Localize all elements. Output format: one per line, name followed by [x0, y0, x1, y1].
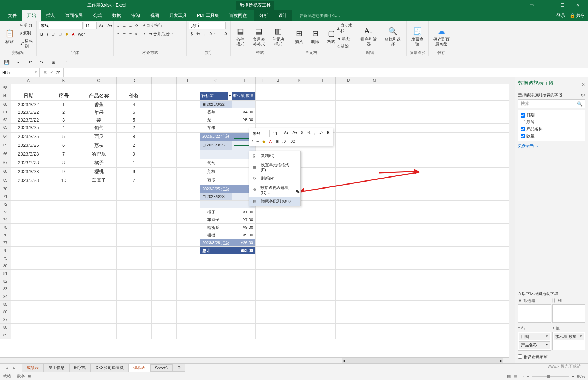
cell[interactable] [152, 108, 177, 116]
underline-button[interactable]: U [50, 31, 56, 37]
cell[interactable] [336, 101, 362, 108]
cell[interactable] [177, 316, 200, 323]
cell[interactable] [336, 216, 362, 223]
row-header[interactable]: 69 [0, 176, 11, 185]
cell[interactable] [288, 270, 311, 277]
cell[interactable] [177, 324, 200, 331]
cell[interactable]: 2023/3/22 汇总 [200, 133, 232, 141]
sheet-nav-last-icon[interactable]: ▸ [13, 365, 15, 370]
cell[interactable] [362, 270, 387, 277]
cell[interactable] [177, 216, 200, 223]
col-header-K[interactable]: K [288, 77, 311, 84]
cell[interactable] [46, 201, 81, 208]
cell[interactable] [269, 224, 288, 231]
cell[interactable]: ¥26.00 [232, 239, 256, 246]
cell[interactable] [232, 316, 256, 323]
cell[interactable] [152, 101, 177, 108]
cell[interactable] [311, 301, 336, 308]
cell[interactable] [232, 331, 256, 339]
cell[interactable] [117, 208, 152, 216]
cell[interactable] [177, 84, 200, 92]
fill-color-button[interactable]: ◆ [64, 31, 70, 37]
cell[interactable] [46, 231, 81, 239]
worksheet-grid[interactable]: ABCDEFGHIJKLMN 5859日期序号产品名称价格行标签 ▾求和项:数量… [0, 77, 509, 357]
cell[interactable]: ¥9.00 [232, 224, 256, 231]
ribbon-tab-5[interactable]: 数据 [107, 10, 126, 21]
cell[interactable]: ⊟ 2023/3/28 [200, 193, 232, 200]
ribbon-tab-10[interactable]: 百度网盘 [224, 10, 252, 21]
cell[interactable] [200, 150, 232, 159]
cell[interactable] [152, 308, 177, 316]
cell[interactable] [177, 193, 200, 200]
mini-font-size[interactable] [271, 130, 281, 137]
cell[interactable] [288, 92, 311, 100]
cell[interactable] [152, 159, 177, 167]
cell[interactable] [117, 254, 152, 262]
cell[interactable]: 价格 [117, 92, 152, 100]
cell[interactable] [269, 247, 288, 254]
cell[interactable] [288, 208, 311, 216]
cell[interactable]: 9 [46, 168, 81, 176]
cell[interactable] [336, 108, 362, 116]
cell[interactable] [336, 239, 362, 246]
cell[interactable] [152, 216, 177, 223]
cell[interactable] [81, 285, 117, 293]
cell[interactable] [46, 239, 81, 246]
cell[interactable] [200, 254, 232, 262]
cell[interactable] [362, 277, 387, 285]
cell[interactable] [200, 277, 232, 285]
cell[interactable] [177, 92, 200, 100]
cell[interactable] [177, 208, 200, 216]
zoom-slider[interactable] [532, 376, 569, 377]
cell[interactable]: 2023/3/28 [11, 168, 46, 176]
align-left-icon[interactable]: ≡ [116, 31, 121, 37]
cell[interactable] [311, 293, 336, 300]
cell[interactable] [152, 84, 177, 92]
cell[interactable] [177, 201, 200, 208]
cell[interactable] [46, 185, 81, 193]
cell[interactable] [336, 208, 362, 216]
cell[interactable]: ⊟ 2023/3/25 [200, 141, 232, 150]
cell[interactable] [311, 101, 336, 108]
cell[interactable] [311, 216, 336, 223]
cell[interactable] [81, 262, 117, 269]
cell[interactable] [46, 270, 81, 277]
cell[interactable] [11, 270, 46, 277]
cell[interactable] [336, 150, 362, 159]
cell[interactable] [256, 92, 269, 100]
cell[interactable] [288, 101, 311, 108]
cell[interactable] [269, 277, 288, 285]
currency-icon[interactable]: $ [189, 31, 194, 37]
cell[interactable] [362, 116, 387, 123]
mini-decrease-font-icon[interactable]: A▾ [291, 130, 298, 137]
bold-button[interactable]: B [39, 31, 45, 37]
font-name-select[interactable] [39, 22, 83, 29]
cell[interactable] [336, 277, 362, 285]
cell[interactable]: 2023/3/25 [11, 141, 46, 150]
cell[interactable] [311, 231, 336, 239]
cell[interactable] [336, 185, 362, 193]
row-header[interactable]: 85 [0, 301, 11, 308]
row-header[interactable]: 73 [0, 208, 11, 216]
cell[interactable] [11, 331, 46, 339]
cell[interactable] [152, 168, 177, 176]
row-header[interactable]: 86 [0, 308, 11, 316]
cell[interactable] [200, 262, 232, 269]
field-pane-gear-icon[interactable]: ⚙ [581, 93, 585, 98]
cell[interactable] [177, 101, 200, 108]
cell[interactable] [81, 254, 117, 262]
row-header[interactable]: 63 [0, 124, 11, 132]
col-header-C[interactable]: C [81, 77, 117, 84]
mini-comma-icon[interactable]: , [313, 130, 317, 137]
cell[interactable] [256, 116, 269, 123]
row-header[interactable]: 88 [0, 324, 11, 331]
cell[interactable] [152, 293, 177, 300]
cell[interactable] [362, 141, 387, 150]
cell[interactable] [11, 224, 46, 231]
cell[interactable]: ¥7.00 [232, 216, 256, 223]
save-icon[interactable]: 💾 [3, 59, 10, 66]
cell[interactable] [152, 247, 177, 254]
col-header-B[interactable]: B [46, 77, 81, 84]
row-header[interactable]: 66 [0, 150, 11, 159]
indent-left-icon[interactable]: ⇤ [134, 31, 140, 37]
